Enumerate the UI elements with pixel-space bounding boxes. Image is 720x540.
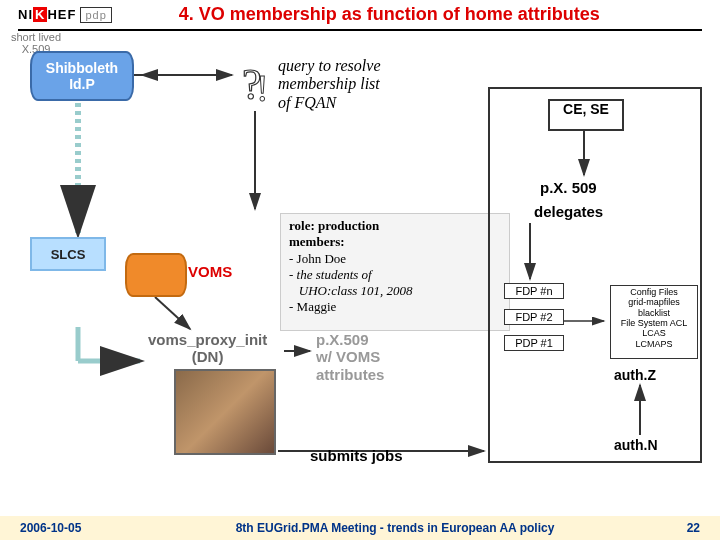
role-members-box: role: production members: - John Doe - t…: [280, 213, 510, 331]
query-caption: query to resolve membership list of FQAN: [278, 57, 380, 112]
pdp-2-box: FDP #2: [504, 309, 564, 325]
proxy-x509-label: p.X. 509: [540, 179, 597, 196]
ce-se-node: CE, SE: [548, 99, 624, 131]
member-2a: - the students of: [289, 267, 501, 283]
voms-db-icon: [125, 253, 187, 297]
footer-title: 8th EUGrid.PMA Meeting - trends in Europ…: [150, 521, 640, 535]
member-2b: UHO:class 101, 2008: [289, 283, 501, 299]
site-box: [488, 87, 702, 463]
voms-label: VOMS: [188, 263, 232, 280]
logo-part-pdp: pdp: [80, 7, 111, 23]
members-header: members:: [289, 234, 501, 250]
attrs-line-2: w/ VOMS: [316, 348, 380, 365]
submits-jobs-label: submits jobs: [310, 447, 403, 464]
shibboleth-idp-node: Shibboleth Id.P: [30, 51, 134, 101]
role-header: role: production: [289, 218, 501, 234]
svg-text:!: !: [256, 67, 269, 109]
svg-line-6: [155, 297, 190, 329]
footer-date: 2006-10-05: [0, 521, 150, 535]
slide-title: 4. VO membership as function of home att…: [76, 4, 702, 25]
voms-proxy-init-label: voms_proxy_init (DN): [148, 331, 267, 366]
logo-part-k: K: [33, 7, 47, 22]
member-3: - Maggie: [289, 299, 501, 315]
query-line-2: membership list: [278, 75, 380, 92]
diagram-stage: Shibboleth Id.P SLCS short lived X.509 V…: [0, 31, 720, 486]
vpi-line-2: (DN): [192, 348, 224, 365]
logo-part-ni: NI: [18, 7, 33, 22]
authn-label: auth.N: [614, 437, 658, 453]
pdp-1-box: PDP #1: [504, 335, 564, 351]
attrs-line-1: p.X.509: [316, 331, 369, 348]
query-line-3: of FQAN: [278, 94, 336, 111]
footer-page: 22: [640, 521, 720, 535]
slide-footer: 2006-10-05 8th EUGrid.PMA Meeting - tren…: [0, 516, 720, 540]
pdp-n-box: FDP #n: [504, 283, 564, 299]
config-files-box: Config Files grid-mapfiles blacklist Fil…: [610, 285, 698, 359]
authz-label: auth.Z: [614, 367, 656, 383]
logo-part-hef: HEF: [47, 7, 76, 22]
query-line-1: query to resolve: [278, 57, 380, 74]
nikhef-logo: NIKHEFpdp: [18, 7, 76, 22]
proxy-attributes-label: p.X.509 w/ VOMS attributes: [316, 331, 384, 383]
vpi-line-1: voms_proxy_init: [148, 331, 267, 348]
slcs-node: SLCS: [30, 237, 106, 271]
attrs-line-3: attributes: [316, 366, 384, 383]
user-photo: [174, 369, 276, 455]
member-1: - John Doe: [289, 251, 501, 267]
question-mark-icon: ? !: [238, 59, 272, 109]
delegates-label: delegates: [534, 203, 603, 220]
